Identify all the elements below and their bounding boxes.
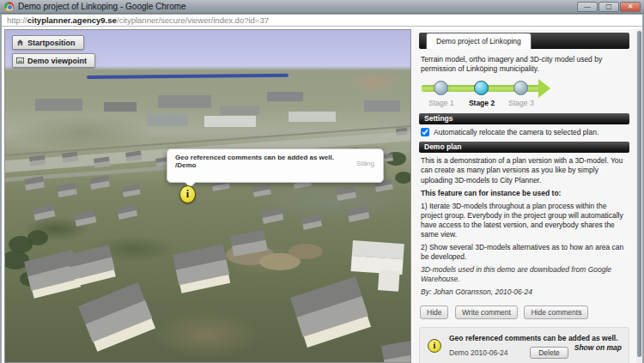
hide-button[interactable]: Hide [420, 306, 448, 319]
comment-meta: Demo 2010-06-24 [449, 348, 530, 357]
stage-1-dot[interactable] [434, 81, 448, 95]
geo-comment-popup: Geo referenced comments can be added as … [167, 148, 384, 183]
address-bar[interactable]: http://cityplanner.agency9.se/cityplanne… [2, 15, 642, 27]
stage-arrow-head-icon [538, 79, 550, 98]
maximize-button[interactable]: ▢ [598, 2, 619, 12]
delete-comment-button[interactable]: Delete [530, 347, 568, 359]
home-icon [16, 39, 24, 46]
relocate-camera-label: Automatically relocate the camera to sel… [434, 128, 598, 136]
write-comment-button[interactable]: Write comment [455, 306, 518, 319]
stage-2-dot[interactable] [474, 81, 489, 95]
hide-comments-button[interactable]: Hide comments [524, 306, 588, 319]
window-titlebar[interactable]: Demo project of Linkoping - Google Chrom… [0, 0, 644, 14]
stage-progress: Stage 1 Stage 2 Stage 3 [419, 79, 629, 110]
comment-card: i Geo referenced comments can be added a… [419, 327, 629, 363]
demo-viewpoint-button[interactable]: Demo viewpoint [12, 53, 95, 68]
popup-author: /Demo [175, 161, 375, 169]
startposition-label: Startposition [27, 39, 76, 47]
stage-1-label[interactable]: Stage 1 [428, 99, 453, 107]
comment-text: Geo referenced comments can be added as … [449, 334, 622, 342]
chrome-logo-icon [4, 2, 14, 11]
comment-info-icon: i [428, 339, 441, 353]
scrollbar-thumb[interactable] [637, 31, 641, 357]
settings-header: Settings [419, 113, 629, 124]
url-prefix: http:// [7, 15, 27, 25]
stage-3-label[interactable]: Stage 3 [508, 99, 533, 107]
demo-plan-p5: 3D-models used in this demo are download… [421, 265, 628, 284]
demo-plan-p4: 2) Show several 3D-models alternatives a… [421, 243, 628, 262]
url-domain: cityplanner.agency9.se [27, 15, 117, 25]
minimize-button[interactable]: — [577, 2, 598, 12]
geo-comment-marker-icon[interactable]: i [179, 185, 196, 203]
url-path: /cityplanner/secure/viewer/index.do?id=3… [117, 15, 269, 25]
demo-plan-header: Demo plan [419, 142, 629, 153]
stage-2-label[interactable]: Stage 2 [469, 99, 495, 107]
browser-window: Demo project of Linkoping - Google Chrom… [0, 0, 644, 363]
viewpoint-photo-icon [16, 57, 24, 64]
window-title: Demo project of Linkoping - Google Chrom… [18, 2, 186, 11]
close-button[interactable]: ✕ [620, 2, 641, 12]
sidebar-tabbar: Demo project of Linkoping [419, 33, 629, 49]
demo-viewpoint-label: Demo viewpoint [27, 57, 87, 65]
popup-text: Geo referenced comments can be added as … [175, 154, 375, 161]
startposition-button[interactable]: Startposition [12, 35, 84, 50]
sidebar-scrollbar[interactable] [636, 29, 642, 363]
relocate-camera-checkbox[interactable] [421, 128, 429, 136]
demo-plan-p1: This is a demonstration of a plan versio… [421, 156, 628, 185]
project-description: Terrain model, ortho imagery and 3D-city… [421, 55, 628, 74]
byline: By: Johan Göransson, 2010-06-24 [421, 287, 628, 297]
terrain-scene [5, 30, 411, 363]
demo-plan-p2: This feature can for instance be used to… [421, 189, 628, 198]
show-on-map-link[interactable]: Show on map [574, 343, 622, 352]
stage-3-dot[interactable] [513, 81, 528, 95]
project-sidebar: Demo project of Linkoping Terrain model,… [412, 29, 636, 363]
page-content: Startposition Demo viewpoint Geo referen… [2, 27, 642, 363]
tab-demo-project[interactable]: Demo project of Linkoping [426, 33, 532, 49]
popup-close-link[interactable]: Stäng [356, 160, 374, 167]
3d-viewport[interactable]: Startposition Demo viewpoint Geo referen… [4, 29, 411, 363]
demo-plan-p3: 1) Iterate 3D-models throughout a plan p… [421, 202, 628, 239]
